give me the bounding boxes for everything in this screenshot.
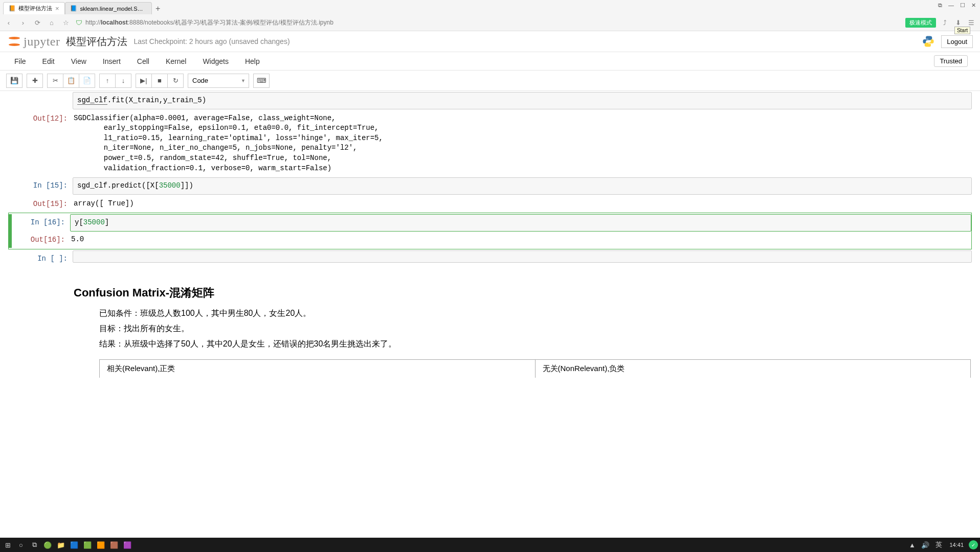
move-down-button[interactable]: ↓ <box>115 74 131 88</box>
browser-tab-active[interactable]: 📙 模型评估方法 × <box>3 2 65 14</box>
menu-kernel[interactable]: Kernel <box>158 54 194 68</box>
menu-cell[interactable]: Cell <box>129 54 158 68</box>
checkpoint-text: Last Checkpoint: 2 hours ago (unsaved ch… <box>133 37 289 45</box>
url-host: localhost <box>101 19 128 26</box>
notebook-container[interactable]: sgd_clf.fit(X_train,y_train_5) Out[12]: … <box>0 91 980 536</box>
tab-title: sklearn.linear_model.SGDClas <box>80 6 146 12</box>
share-icon[interactable]: ⤴ <box>940 18 949 27</box>
input-prompt: In [15]: <box>11 177 73 195</box>
markdown-heading: Confusion Matrix-混淆矩阵 <box>74 285 971 301</box>
menu-icon[interactable]: ☰ <box>967 18 976 27</box>
copy-button[interactable]: 📋 <box>63 74 79 88</box>
window-split-icon[interactable]: ⧉ <box>938 2 942 9</box>
python-logo-icon <box>922 35 935 48</box>
tab-close-icon[interactable]: × <box>55 5 59 12</box>
tab-title: 模型评估方法 <box>18 5 52 12</box>
insert-cell-button[interactable]: ✚ <box>27 74 43 88</box>
trusted-indicator[interactable]: Trusted <box>934 55 968 67</box>
code-input[interactable]: sgd_clf.fit(X_train,y_train_5) <box>73 92 972 109</box>
reload-button[interactable]: ⟳ <box>33 18 42 27</box>
markdown-line: 目标：找出所有的女生。 <box>99 321 971 336</box>
start-tooltip: Start <box>954 27 970 34</box>
menu-edit[interactable]: Edit <box>34 54 63 68</box>
code-input[interactable]: sgd_clf.predict([X[35000]]) <box>73 177 972 195</box>
address-bar: ‹ › ⟳ ⌂ ☆ 🛡 http://localhost:8888/notebo… <box>0 14 980 31</box>
url-scheme: http:// <box>85 19 101 26</box>
jupyter-favicon-icon: 📙 <box>9 5 15 12</box>
menu-widgets[interactable]: Widgets <box>194 54 237 68</box>
move-up-button[interactable]: ↑ <box>99 74 116 88</box>
browser-tab-inactive[interactable]: 📘 sklearn.linear_model.SGDClas <box>65 2 152 14</box>
url-bar[interactable]: 🛡 http://localhost:8888/notebooks/机器学习/机… <box>76 18 900 27</box>
markdown-line: 已知条件：班级总人数100人，其中男生80人，女生20人。 <box>99 306 971 321</box>
window-close-icon[interactable]: ✕ <box>971 2 976 9</box>
paste-button[interactable]: 📄 <box>79 74 95 88</box>
cell-code-12[interactable]: sgd_clf.fit(X_train,y_train_5) <box>8 92 972 109</box>
code-input[interactable]: y[35000] <box>70 214 971 232</box>
run-button[interactable]: ▶| <box>136 74 152 88</box>
browser-chrome: ⧉ — ☐ ✕ 📙 模型评估方法 × 📘 sklearn.linear_mode… <box>0 0 980 31</box>
table-header-cell: 无关(NonRelevant),负类 <box>536 360 971 378</box>
tab-bar: 📙 模型评估方法 × 📘 sklearn.linear_model.SGDCla… <box>0 0 980 14</box>
cut-button[interactable]: ✂ <box>47 74 63 88</box>
output-prompt: Out[16]: <box>12 232 70 248</box>
logout-label: Logout <box>947 38 967 45</box>
table-header-cell: 相关(Relevant),正类 <box>99 360 536 378</box>
jupyter-logo-text: jupyter <box>24 35 60 49</box>
back-button[interactable]: ‹ <box>4 18 13 27</box>
output-text: SGDClassifier(alpha=0.0001, average=Fals… <box>73 110 972 177</box>
output-text: array([ True]) <box>73 196 972 212</box>
home-button[interactable]: ⌂ <box>47 18 56 27</box>
restart-button[interactable]: ↻ <box>167 74 184 88</box>
window-controls: ⧉ — ☐ ✕ <box>938 2 976 9</box>
output-text: 5.0 <box>70 232 971 248</box>
cell-empty[interactable]: In [ ]: <box>8 250 972 263</box>
jupyter-header: jupyter 模型评估方法 Last Checkpoint: 2 hours … <box>0 31 980 52</box>
cell-code-15[interactable]: In [15]: sgd_clf.predict([X[35000]]) <box>8 177 972 195</box>
markdown-body: 已知条件：班级总人数100人，其中男生80人，女生20人。 目标：找出所有的女生… <box>74 306 971 378</box>
logout-button[interactable]: Start Logout <box>941 35 973 48</box>
code-input[interactable] <box>73 250 972 263</box>
url-path: :8888/notebooks/机器学习/机器学习算法-案例/模型评估/模型评估… <box>128 19 333 26</box>
cell-prompt <box>11 92 73 109</box>
cell-markdown[interactable]: Confusion Matrix-混淆矩阵 已知条件：班级总人数100人，其中男… <box>8 273 972 382</box>
menu-bar: File Edit View Insert Cell Kernel Widget… <box>0 52 980 71</box>
input-prompt: In [16]: <box>12 214 70 232</box>
cell-type-select[interactable]: Code <box>188 74 249 88</box>
markdown-prompt <box>11 273 73 382</box>
output-prompt: Out[15]: <box>11 196 73 212</box>
table-header-row: 相关(Relevant),正类 无关(NonRelevant),负类 <box>99 359 971 378</box>
window-minimize-icon[interactable]: — <box>948 2 954 9</box>
menu-insert[interactable]: Insert <box>95 54 129 68</box>
notebook-title[interactable]: 模型评估方法 <box>66 35 127 49</box>
menu-help[interactable]: Help <box>237 54 268 68</box>
input-prompt: In [ ]: <box>11 250 73 263</box>
interrupt-button[interactable]: ■ <box>151 74 168 88</box>
jupyter-logo-icon <box>7 34 21 49</box>
jupyter-logo[interactable]: jupyter <box>7 34 60 49</box>
markdown-line: 结果：从班级中选择了50人，其中20人是女生，还错误的把30名男生挑选出来了。 <box>99 336 971 352</box>
url-text: http://localhost:8888/notebooks/机器学习/机器学… <box>85 18 333 27</box>
favorite-button[interactable]: ☆ <box>61 18 71 27</box>
menu-file[interactable]: File <box>6 54 34 68</box>
extension-icon[interactable]: ⬇ <box>953 18 963 27</box>
cell-type-label: Code <box>192 77 208 84</box>
output-prompt: Out[12]: <box>11 110 73 177</box>
tab-add-button[interactable]: + <box>152 3 164 14</box>
toolbar: 💾 ✚ ✂ 📋 📄 ↑ ↓ ▶| ■ ↻ Code ⌨ <box>0 71 980 91</box>
cell-output-12: Out[12]: SGDClassifier(alpha=0.0001, ave… <box>8 110 972 177</box>
forward-button[interactable]: › <box>18 18 28 27</box>
window-maximize-icon[interactable]: ☐ <box>960 2 965 9</box>
sklearn-favicon-icon: 📘 <box>71 5 77 12</box>
command-palette-button[interactable]: ⌨ <box>253 74 270 88</box>
speed-mode-badge[interactable]: 极速模式 <box>905 18 936 28</box>
cell-selected-16[interactable]: In [16]: y[35000] Out[16]: 5.0 <box>8 213 972 249</box>
cell-output-15: Out[15]: array([ True]) <box>8 196 972 212</box>
secure-icon: 🛡 <box>76 19 82 27</box>
save-button[interactable]: 💾 <box>6 74 23 88</box>
menu-view[interactable]: View <box>63 54 95 68</box>
